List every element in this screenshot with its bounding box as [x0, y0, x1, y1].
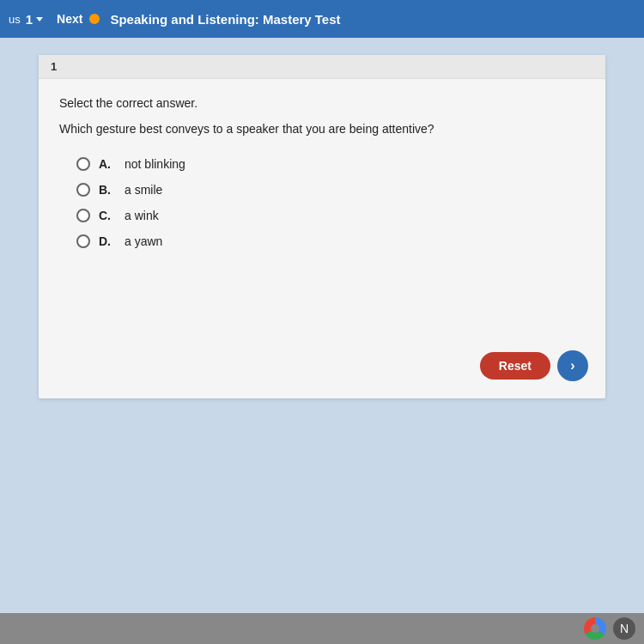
option-c-radio[interactable] — [76, 209, 90, 222]
current-question-number: 1 — [26, 12, 33, 27]
nav-left-section: us 1 Next — [9, 12, 100, 27]
option-d-radio[interactable] — [76, 234, 90, 248]
option-b[interactable]: B. a smile — [76, 183, 585, 197]
option-b-label: B. — [99, 183, 116, 197]
question-number: 1 — [51, 60, 57, 73]
option-b-radio[interactable] — [76, 183, 90, 197]
option-d-label: D. — [99, 234, 116, 248]
chrome-icon — [584, 617, 606, 640]
reset-button[interactable]: Reset — [480, 352, 550, 380]
browser-icon-2: N — [613, 617, 635, 640]
next-circle-icon — [89, 14, 100, 24]
browser-icon-2-symbol: N — [620, 622, 629, 635]
question-text: Which gesture best conveys to a speaker … — [59, 120, 585, 138]
option-a-text: not blinking — [125, 157, 185, 171]
question-body: Select the correct answer. Which gesture… — [39, 79, 605, 274]
next-arrow-button[interactable]: › — [557, 350, 588, 381]
page-title: Speaking and Listening: Mastery Test — [110, 12, 340, 27]
main-content-area: 1 Select the correct answer. Which gestu… — [0, 38, 644, 618]
option-d[interactable]: D. a yawn — [76, 234, 585, 248]
question-number-bar: 1 — [39, 55, 605, 79]
question-card: 1 Select the correct answer. Which gestu… — [39, 55, 605, 398]
next-label: Next — [57, 12, 82, 26]
browser-taskbar: N — [0, 613, 644, 644]
option-c[interactable]: C. a wink — [76, 209, 585, 222]
option-a-label: A. — [99, 157, 116, 171]
action-buttons: Reset › — [480, 350, 588, 381]
us-label: us — [9, 13, 21, 26]
options-list: A. not blinking B. a smile C. a wink D. — [59, 157, 585, 248]
option-b-text: a smile — [125, 183, 162, 197]
instruction-text: Select the correct answer. — [59, 96, 585, 110]
option-d-text: a yawn — [125, 234, 162, 248]
option-a[interactable]: A. not blinking — [76, 157, 585, 171]
option-c-label: C. — [99, 209, 116, 222]
top-navigation-bar: us 1 Next Speaking and Listening: Master… — [0, 0, 644, 38]
option-c-text: a wink — [125, 209, 159, 222]
question-selector-dropdown[interactable]: 1 — [26, 12, 43, 27]
option-a-radio[interactable] — [76, 157, 90, 171]
chevron-down-icon — [36, 17, 43, 21]
next-button[interactable]: Next — [57, 12, 100, 26]
